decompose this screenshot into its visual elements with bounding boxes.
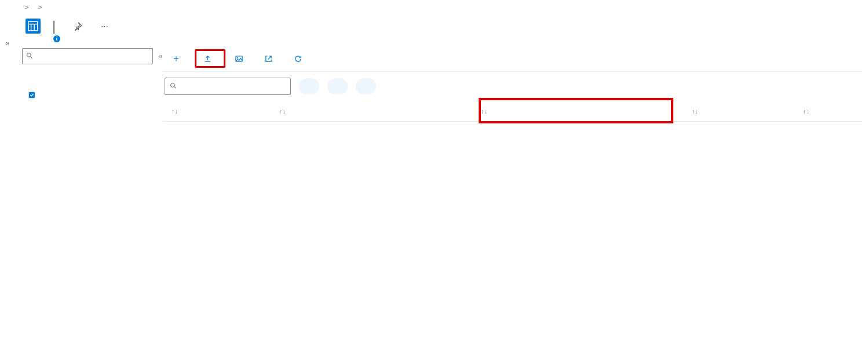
info-icon: i <box>53 35 60 42</box>
filter-module-type[interactable] <box>299 78 319 94</box>
modules-table: ↑↓ ↑↓ ↑↓ ↑↓ ↑↓ <box>163 101 862 122</box>
learn-about-updates-button[interactable] <box>257 49 285 68</box>
filter-row <box>163 72 862 101</box>
page-title-row: | ⋯ <box>0 14 868 35</box>
filter-runtime-version[interactable] <box>356 78 376 94</box>
gallery-icon <box>235 54 243 63</box>
search-icon <box>26 52 33 61</box>
sidebar-header-process <box>22 105 163 120</box>
breadcrumb: > > <box>0 0 868 14</box>
svg-line-5 <box>31 56 32 58</box>
expand-nav-icon[interactable]: » <box>4 38 11 48</box>
svg-line-10 <box>174 86 176 88</box>
collapse-sidebar-icon[interactable]: « <box>159 52 163 60</box>
refresh-icon <box>294 54 302 63</box>
col-size[interactable]: ↑↓ <box>692 101 795 122</box>
sidebar: « <box>0 46 163 135</box>
search-modules-input[interactable] <box>180 82 286 92</box>
page-subtitle: i <box>0 35 868 46</box>
refresh-button[interactable] <box>287 49 314 68</box>
module-icon <box>25 19 41 34</box>
toolbar: ＋ <box>163 46 862 72</box>
sidebar-item-update-management[interactable] <box>22 85 163 105</box>
pin-button[interactable] <box>68 17 87 35</box>
col-name[interactable]: ↑↓ <box>163 101 271 122</box>
svg-point-4 <box>27 53 31 57</box>
sidebar-header-shared <box>22 120 163 135</box>
content-pane: ＋ <box>163 46 868 135</box>
search-modules[interactable] <box>165 78 291 95</box>
svg-point-8 <box>237 57 238 58</box>
col-last-modified[interactable]: ↑↓ <box>795 101 862 122</box>
more-button[interactable]: ⋯ <box>95 17 114 35</box>
sidebar-search-input[interactable] <box>35 52 149 61</box>
update-icon <box>27 91 37 99</box>
update-az-modules-button[interactable] <box>195 49 225 68</box>
col-status[interactable]: ↑↓ <box>271 101 373 122</box>
sidebar-search[interactable] <box>22 48 153 64</box>
add-module-button[interactable]: ＋ <box>165 49 192 68</box>
svg-rect-0 <box>28 21 38 31</box>
upload-icon <box>203 54 212 63</box>
svg-point-9 <box>171 83 175 87</box>
sidebar-header-update <box>22 70 163 85</box>
browse-gallery-button[interactable] <box>228 49 255 68</box>
col-module-version[interactable]: ↑↓ <box>481 101 584 122</box>
external-link-icon <box>264 54 273 63</box>
plus-icon: ＋ <box>172 53 181 65</box>
filter-status[interactable] <box>327 78 348 94</box>
col-type[interactable] <box>373 101 481 122</box>
col-runtime-version[interactable] <box>584 101 692 122</box>
search-icon <box>170 82 177 91</box>
